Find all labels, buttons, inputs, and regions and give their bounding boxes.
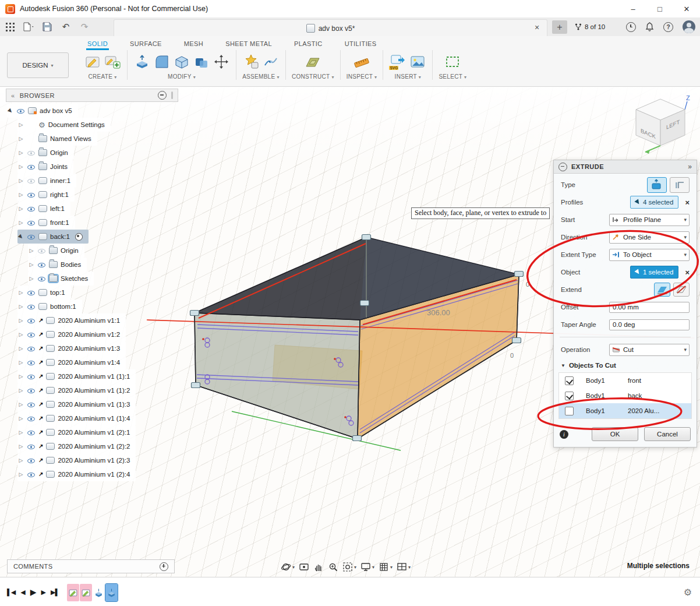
playback-to-end-button[interactable]: ▶▌ — [51, 589, 59, 596]
redo-icon[interactable]: ↷ — [78, 20, 91, 33]
fillet-icon[interactable] — [153, 53, 171, 71]
browser-item-top-1[interactable]: ▷top:1 — [17, 286, 71, 300]
grid-settings-button[interactable]: ▾ — [379, 562, 393, 572]
expand-closed-icon[interactable]: ▷ — [17, 374, 24, 379]
expand-closed-icon[interactable]: ▷ — [17, 332, 24, 337]
close-button[interactable]: ✕ — [673, 0, 700, 17]
extend-to-body-button[interactable] — [654, 283, 670, 297]
dock-dialog-icon[interactable]: » — [688, 163, 692, 171]
ribbon-tab-surface[interactable]: SURFACE — [129, 38, 163, 50]
browser-panel-header[interactable]: « BROWSER — [6, 89, 178, 102]
add-comment-icon[interactable] — [160, 562, 168, 571]
objects-to-cut-row-back[interactable]: Body1back — [559, 388, 691, 403]
visibility-icon[interactable] — [27, 345, 36, 353]
ok-button[interactable]: OK — [592, 427, 638, 441]
new-sketch-icon[interactable] — [104, 53, 121, 71]
browser-item-origin[interactable]: ▷Origin — [17, 146, 74, 160]
browser-item-2020-aluminium-v1-2-4[interactable]: ▷↗2020 Aluminium v1 (2):4 — [17, 467, 136, 481]
playback-step-forward-button[interactable]: ▶ — [41, 589, 45, 596]
ribbon-group-label-insert[interactable]: INSERT ▾ — [395, 73, 422, 80]
expand-closed-icon[interactable]: ▷ — [17, 304, 24, 309]
timeline-extrude-feature-4[interactable] — [105, 584, 118, 601]
type-thin-extrude-button[interactable] — [670, 177, 690, 193]
checkbox-unchecked[interactable] — [565, 407, 574, 415]
ribbon-group-label-select[interactable]: SELECT ▾ — [439, 73, 466, 80]
timeline-extrude-feature-3[interactable] — [93, 584, 105, 601]
browser-item-2020-aluminium-v1-2-1[interactable]: ▷↗2020 Aluminium v1 (2):1 — [17, 425, 136, 439]
expand-closed-icon[interactable]: ▷ — [17, 206, 24, 212]
shell-icon[interactable] — [173, 53, 190, 71]
new-tab-button[interactable]: + — [552, 20, 567, 34]
canvas-icon[interactable] — [409, 53, 426, 71]
browser-item-left-1[interactable]: ▷left:1 — [17, 202, 70, 216]
display-settings-button[interactable]: ▾ — [360, 562, 374, 572]
pan-button[interactable] — [313, 562, 324, 572]
visibility-icon[interactable] — [27, 289, 36, 297]
browser-item-named-views[interactable]: ▷Named Views — [17, 132, 97, 146]
move-icon[interactable] — [213, 53, 230, 71]
ribbon-tab-mesh[interactable]: MESH — [183, 38, 204, 50]
object-selection-chip[interactable]: 1 selected — [630, 266, 678, 279]
file-menu-icon[interactable] — [22, 20, 35, 33]
browser-item-2020-aluminium-v1-2-3[interactable]: ▷↗2020 Aluminium v1 (2):3 — [17, 453, 136, 467]
visibility-icon[interactable] — [27, 191, 36, 199]
expand-closed-icon[interactable]: ▷ — [17, 360, 24, 365]
joint-icon[interactable] — [262, 53, 280, 71]
browser-grip[interactable] — [171, 91, 173, 99]
visibility-icon[interactable] — [38, 275, 46, 283]
browser-item-bodies[interactable]: ▷Bodies — [28, 258, 87, 272]
extent-type-dropdown[interactable]: To Object▾ — [609, 249, 690, 261]
ribbon-group-label-inspect[interactable]: INSPECT ▾ — [347, 73, 377, 80]
ribbon-group-label-modify[interactable]: MODIFY ▾ — [168, 73, 196, 80]
objects-to-cut-row-front[interactable]: Body1front — [559, 373, 691, 388]
visibility-icon[interactable] — [27, 401, 36, 408]
zoom-button[interactable] — [328, 562, 338, 572]
browser-item-sketches[interactable]: ▷Sketches — [28, 272, 94, 286]
viewports-button[interactable]: ▾ — [397, 562, 411, 572]
expand-closed-icon[interactable]: ▷ — [17, 150, 24, 156]
direction-dropdown[interactable]: One Side▾ — [609, 231, 690, 244]
visibility-icon[interactable] — [27, 359, 36, 367]
visibility-off-icon[interactable] — [27, 177, 36, 185]
clear-profiles-icon[interactable]: × — [685, 198, 690, 207]
cancel-button[interactable]: Cancel — [644, 427, 691, 441]
comments-panel[interactable]: COMMENTS — [7, 559, 175, 573]
extend-adjacent-button[interactable] — [673, 283, 690, 297]
close-document-icon[interactable]: × — [532, 23, 542, 32]
expand-closed-icon[interactable]: ▷ — [17, 346, 24, 351]
ribbon-group-label-create[interactable]: CREATE ▾ — [88, 73, 116, 80]
browser-item-origin[interactable]: ▷Origin — [28, 244, 84, 258]
visibility-icon[interactable] — [27, 163, 36, 171]
expand-closed-icon[interactable]: ▷ — [17, 443, 24, 449]
visibility-icon[interactable] — [27, 233, 36, 241]
expand-closed-icon[interactable]: ▷ — [17, 136, 24, 142]
visibility-icon[interactable] — [27, 303, 36, 311]
visibility-icon[interactable] — [38, 261, 46, 269]
app-grid-icon[interactable] — [3, 20, 16, 33]
browser-item-2020-aluminium-v1-1-3[interactable]: ▷↗2020 Aluminium v1 (1):3 — [17, 397, 136, 411]
browser-item-2020-aluminium-v1-3[interactable]: ▷↗2020 Aluminium v1:3 — [17, 341, 126, 355]
combine-icon[interactable] — [193, 53, 210, 71]
playback-to-start-button[interactable]: ▌◀ — [7, 589, 15, 596]
minimize-button[interactable]: – — [620, 0, 646, 17]
visibility-icon[interactable] — [27, 415, 36, 422]
start-dropdown[interactable]: Profile Plane▾ — [609, 214, 690, 226]
help-icon[interactable]: ? — [663, 22, 673, 32]
new-component-icon[interactable] — [242, 53, 260, 71]
orbit-button[interactable]: ▾ — [281, 562, 295, 572]
maximize-button[interactable]: □ — [646, 0, 673, 17]
clear-object-icon[interactable]: × — [685, 268, 690, 277]
look-at-button[interactable] — [299, 562, 309, 572]
ribbon-tab-solid[interactable]: SOLID — [86, 38, 109, 50]
expand-closed-icon[interactable]: ▷ — [17, 387, 24, 393]
fit-button[interactable]: ▾ — [342, 562, 356, 572]
workspace-switcher[interactable]: DESIGN ▾ — [7, 52, 69, 78]
ribbon-group-label-assemble[interactable]: ASSEMBLE ▾ — [242, 73, 280, 80]
browser-item-2020-aluminium-v1-4[interactable]: ▷↗2020 Aluminium v1:4 — [17, 355, 126, 369]
playback-step-back-button[interactable]: ◀ — [20, 589, 24, 596]
visibility-icon[interactable] — [27, 387, 36, 394]
expand-closed-icon[interactable]: ▷ — [17, 290, 24, 295]
visibility-icon[interactable] — [27, 457, 36, 464]
save-icon[interactable] — [41, 20, 54, 33]
browser-item-back-1[interactable]: ▶back:1 — [17, 230, 89, 244]
